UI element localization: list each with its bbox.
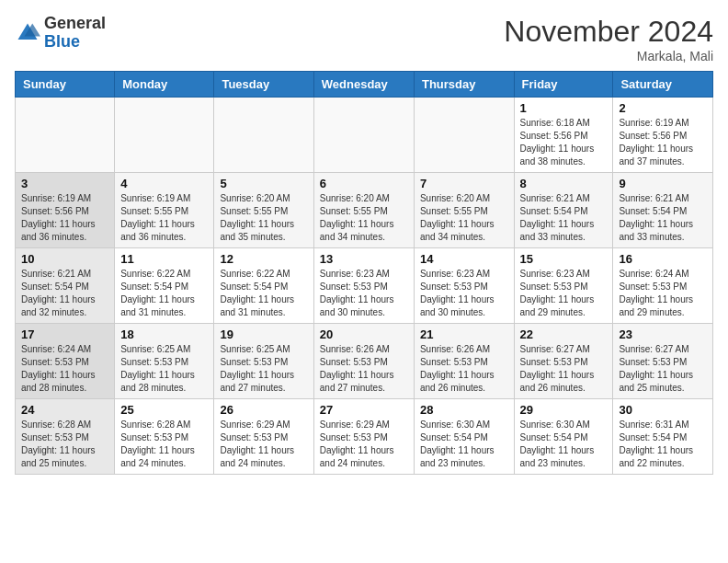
page-header: General Blue November 2024 Markala, Mali bbox=[15, 15, 713, 63]
week-row-3: 10Sunrise: 6:21 AMSunset: 5:54 PMDayligh… bbox=[16, 248, 713, 324]
day-number: 7 bbox=[420, 177, 508, 190]
day-number: 24 bbox=[21, 403, 108, 417]
month-title: November 2024 bbox=[504, 15, 713, 49]
day-number: 14 bbox=[420, 252, 508, 266]
col-header-friday: Friday bbox=[514, 72, 613, 98]
day-cell: 17Sunrise: 6:24 AMSunset: 5:53 PMDayligh… bbox=[16, 324, 115, 399]
day-number: 8 bbox=[520, 177, 608, 190]
col-header-thursday: Thursday bbox=[414, 72, 514, 98]
day-cell: 20Sunrise: 6:26 AMSunset: 5:53 PMDayligh… bbox=[313, 324, 414, 399]
day-cell: 27Sunrise: 6:29 AMSunset: 5:53 PMDayligh… bbox=[313, 399, 414, 475]
col-header-wednesday: Wednesday bbox=[313, 72, 414, 98]
day-info: Sunrise: 6:21 AMSunset: 5:54 PMDaylight:… bbox=[21, 268, 108, 319]
day-info: Sunrise: 6:30 AMSunset: 5:54 PMDaylight:… bbox=[520, 419, 608, 470]
day-info: Sunrise: 6:31 AMSunset: 5:54 PMDaylight:… bbox=[619, 419, 707, 470]
day-cell bbox=[115, 98, 214, 173]
day-number: 20 bbox=[320, 327, 408, 341]
day-info: Sunrise: 6:26 AMSunset: 5:53 PMDaylight:… bbox=[420, 343, 508, 395]
day-number: 17 bbox=[21, 327, 108, 341]
day-info: Sunrise: 6:29 AMSunset: 5:53 PMDaylight:… bbox=[320, 419, 408, 470]
title-section: November 2024 Markala, Mali bbox=[504, 15, 713, 63]
day-info: Sunrise: 6:28 AMSunset: 5:53 PMDaylight:… bbox=[120, 419, 208, 470]
week-row-2: 3Sunrise: 6:19 AMSunset: 5:56 PMDaylight… bbox=[16, 173, 713, 248]
day-info: Sunrise: 6:25 AMSunset: 5:53 PMDaylight:… bbox=[120, 343, 208, 395]
day-number: 23 bbox=[619, 327, 707, 341]
day-number: 10 bbox=[21, 252, 108, 266]
day-info: Sunrise: 6:23 AMSunset: 5:53 PMDaylight:… bbox=[320, 268, 408, 319]
day-cell: 29Sunrise: 6:30 AMSunset: 5:54 PMDayligh… bbox=[514, 399, 613, 475]
week-row-4: 17Sunrise: 6:24 AMSunset: 5:53 PMDayligh… bbox=[16, 324, 713, 399]
day-cell: 30Sunrise: 6:31 AMSunset: 5:54 PMDayligh… bbox=[613, 399, 713, 475]
day-cell: 14Sunrise: 6:23 AMSunset: 5:53 PMDayligh… bbox=[414, 248, 514, 324]
day-number: 9 bbox=[619, 177, 707, 190]
day-cell: 18Sunrise: 6:25 AMSunset: 5:53 PMDayligh… bbox=[115, 324, 214, 399]
day-number: 19 bbox=[220, 327, 307, 341]
logo-general-text: General bbox=[44, 15, 106, 33]
day-cell: 3Sunrise: 6:19 AMSunset: 5:56 PMDaylight… bbox=[16, 173, 115, 248]
day-number: 18 bbox=[120, 327, 208, 341]
day-number: 22 bbox=[520, 327, 608, 341]
calendar-header-row: SundayMondayTuesdayWednesdayThursdayFrid… bbox=[16, 72, 713, 98]
day-info: Sunrise: 6:18 AMSunset: 5:56 PMDaylight:… bbox=[520, 117, 608, 168]
day-cell: 9Sunrise: 6:21 AMSunset: 5:54 PMDaylight… bbox=[613, 173, 713, 248]
logo-text: General Blue bbox=[44, 15, 106, 52]
day-info: Sunrise: 6:28 AMSunset: 5:53 PMDaylight:… bbox=[21, 419, 108, 470]
day-cell: 24Sunrise: 6:28 AMSunset: 5:53 PMDayligh… bbox=[16, 399, 115, 475]
day-number: 29 bbox=[520, 403, 608, 417]
day-cell: 21Sunrise: 6:26 AMSunset: 5:53 PMDayligh… bbox=[414, 324, 514, 399]
col-header-tuesday: Tuesday bbox=[214, 72, 313, 98]
day-info: Sunrise: 6:24 AMSunset: 5:53 PMDaylight:… bbox=[619, 268, 707, 319]
day-number: 27 bbox=[320, 403, 408, 417]
day-number: 28 bbox=[420, 403, 508, 417]
day-info: Sunrise: 6:27 AMSunset: 5:53 PMDaylight:… bbox=[619, 343, 707, 395]
day-cell: 26Sunrise: 6:29 AMSunset: 5:53 PMDayligh… bbox=[214, 399, 313, 475]
day-cell: 2Sunrise: 6:19 AMSunset: 5:56 PMDaylight… bbox=[613, 98, 713, 173]
day-info: Sunrise: 6:21 AMSunset: 5:54 PMDaylight:… bbox=[520, 192, 608, 244]
day-info: Sunrise: 6:19 AMSunset: 5:56 PMDaylight:… bbox=[21, 192, 108, 244]
day-number: 16 bbox=[619, 252, 707, 266]
day-info: Sunrise: 6:25 AMSunset: 5:53 PMDaylight:… bbox=[220, 343, 307, 395]
day-info: Sunrise: 6:30 AMSunset: 5:54 PMDaylight:… bbox=[420, 419, 508, 470]
day-cell: 6Sunrise: 6:20 AMSunset: 5:55 PMDaylight… bbox=[313, 173, 414, 248]
day-number: 6 bbox=[320, 177, 408, 190]
day-cell: 5Sunrise: 6:20 AMSunset: 5:55 PMDaylight… bbox=[214, 173, 313, 248]
day-number: 1 bbox=[520, 101, 608, 115]
day-number: 2 bbox=[619, 101, 707, 115]
day-info: Sunrise: 6:26 AMSunset: 5:53 PMDaylight:… bbox=[320, 343, 408, 395]
logo-icon bbox=[15, 20, 40, 46]
day-number: 13 bbox=[320, 252, 408, 266]
day-cell bbox=[414, 98, 514, 173]
day-cell: 13Sunrise: 6:23 AMSunset: 5:53 PMDayligh… bbox=[313, 248, 414, 324]
calendar-table: SundayMondayTuesdayWednesdayThursdayFrid… bbox=[15, 71, 713, 475]
day-info: Sunrise: 6:20 AMSunset: 5:55 PMDaylight:… bbox=[320, 192, 408, 244]
day-cell bbox=[313, 98, 414, 173]
day-info: Sunrise: 6:24 AMSunset: 5:53 PMDaylight:… bbox=[21, 343, 108, 395]
day-number: 26 bbox=[220, 403, 307, 417]
day-number: 30 bbox=[619, 403, 707, 417]
day-info: Sunrise: 6:22 AMSunset: 5:54 PMDaylight:… bbox=[220, 268, 307, 319]
day-info: Sunrise: 6:27 AMSunset: 5:53 PMDaylight:… bbox=[520, 343, 608, 395]
day-info: Sunrise: 6:19 AMSunset: 5:56 PMDaylight:… bbox=[619, 117, 707, 168]
day-cell: 7Sunrise: 6:20 AMSunset: 5:55 PMDaylight… bbox=[414, 173, 514, 248]
day-info: Sunrise: 6:29 AMSunset: 5:53 PMDaylight:… bbox=[220, 419, 307, 470]
day-number: 12 bbox=[220, 252, 307, 266]
day-number: 3 bbox=[21, 177, 108, 190]
col-header-sunday: Sunday bbox=[16, 72, 115, 98]
col-header-monday: Monday bbox=[115, 72, 214, 98]
week-row-1: 1Sunrise: 6:18 AMSunset: 5:56 PMDaylight… bbox=[16, 98, 713, 173]
day-cell: 15Sunrise: 6:23 AMSunset: 5:53 PMDayligh… bbox=[514, 248, 613, 324]
day-cell: 25Sunrise: 6:28 AMSunset: 5:53 PMDayligh… bbox=[115, 399, 214, 475]
day-info: Sunrise: 6:23 AMSunset: 5:53 PMDaylight:… bbox=[420, 268, 508, 319]
day-info: Sunrise: 6:20 AMSunset: 5:55 PMDaylight:… bbox=[220, 192, 307, 244]
day-number: 5 bbox=[220, 177, 307, 190]
day-number: 11 bbox=[120, 252, 208, 266]
day-info: Sunrise: 6:22 AMSunset: 5:54 PMDaylight:… bbox=[120, 268, 208, 319]
day-info: Sunrise: 6:21 AMSunset: 5:54 PMDaylight:… bbox=[619, 192, 707, 244]
col-header-saturday: Saturday bbox=[613, 72, 713, 98]
day-cell: 28Sunrise: 6:30 AMSunset: 5:54 PMDayligh… bbox=[414, 399, 514, 475]
day-cell bbox=[214, 98, 313, 173]
day-cell: 12Sunrise: 6:22 AMSunset: 5:54 PMDayligh… bbox=[214, 248, 313, 324]
logo: General Blue bbox=[15, 15, 106, 52]
day-number: 21 bbox=[420, 327, 508, 341]
day-info: Sunrise: 6:20 AMSunset: 5:55 PMDaylight:… bbox=[420, 192, 508, 244]
